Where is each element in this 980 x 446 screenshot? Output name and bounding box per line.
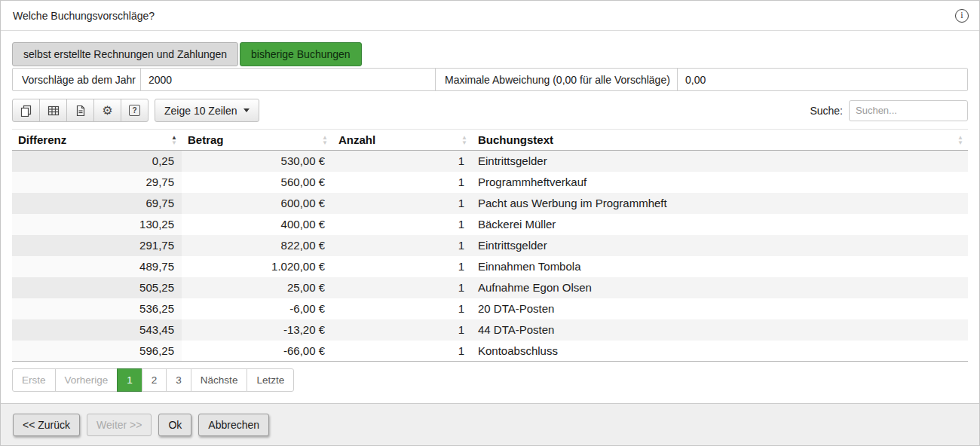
search-label: Suche:: [810, 105, 843, 117]
table-row[interactable]: 291,75 822,00 € 1 Eintrittsgelder: [12, 235, 968, 256]
max-deviation-field-wrap: [678, 69, 967, 90]
sort-icon: ▲▼: [171, 134, 177, 145]
next-button[interactable]: Weiter >>: [87, 414, 152, 436]
table-row[interactable]: 489,75 1.020,00 € 1 Einnahmen Tombola: [12, 256, 968, 277]
max-deviation-label: Maximale Abweichung (0,00 für alle Vorsc…: [435, 69, 678, 90]
filter-row: Vorschläge ab dem Jahr Maximale Abweichu…: [12, 68, 968, 91]
table-row[interactable]: 0,25 530,00 € 1 Eintrittsgelder: [12, 151, 968, 172]
column-header-differenz[interactable]: Differenz ▲▼: [12, 130, 182, 151]
pagination-page-1[interactable]: 1: [117, 368, 142, 392]
table-row[interactable]: 505,25 25,00 € 1 Aufnahme Egon Olsen: [12, 277, 968, 298]
help-button[interactable]: ?: [121, 99, 149, 122]
toolbar-buttons: ⚙ ? Zeige 10 Zeilen: [12, 99, 259, 122]
tab-own-invoices[interactable]: selbst erstellte Rechnungen und Zahlunge…: [12, 42, 238, 66]
page-length-label: Zeige 10 Zeilen: [164, 105, 237, 117]
settings-button[interactable]: ⚙: [93, 99, 121, 122]
pdf-icon: [75, 105, 87, 117]
ok-button[interactable]: Ok: [158, 414, 191, 436]
year-from-input[interactable]: [141, 69, 435, 90]
pdf-export-button[interactable]: [66, 99, 94, 122]
page-length-dropdown[interactable]: Zeige 10 Zeilen: [155, 99, 259, 122]
year-from-label: Vorschläge ab dem Jahr: [13, 69, 141, 90]
pagination-first[interactable]: Erste: [12, 368, 56, 392]
copy-icon: [20, 105, 32, 117]
sort-icon: ▲▼: [957, 134, 963, 145]
copy-button[interactable]: [12, 99, 40, 122]
max-deviation-input[interactable]: [678, 69, 967, 90]
table-row[interactable]: 536,25 -6,00 € 1 20 DTA-Posten: [12, 298, 968, 319]
pagination: Erste Vorherige 1 2 3 Nächste Letzte: [12, 368, 968, 392]
column-header-anzahl[interactable]: Anzahl ▲▼: [332, 130, 472, 151]
table-row[interactable]: 29,75 560,00 € 1 Programmheftverkauf: [12, 172, 968, 193]
pagination-next[interactable]: Nächste: [191, 368, 248, 392]
dialog-content: selbst erstellte Rechnungen und Zahlunge…: [1, 31, 979, 392]
table-row[interactable]: 130,25 400,00 € 1 Bäckerei Müller: [12, 214, 968, 235]
table-row[interactable]: 596,25 -66,00 € 1 Kontoabschluss: [12, 341, 968, 362]
info-icon[interactable]: i: [955, 9, 969, 23]
dialog-titlebar: Welche Buchungsvorschläge? i: [1, 1, 979, 31]
table-header-row: Differenz ▲▼ Betrag ▲▼ Anzahl ▲▼ Buchung…: [12, 130, 968, 151]
pagination-page-2[interactable]: 2: [142, 368, 167, 392]
back-button[interactable]: << Zurück: [13, 414, 80, 436]
tab-bar: selbst erstellte Rechnungen und Zahlunge…: [12, 42, 968, 66]
table-row[interactable]: 69,75 600,00 € 1 Pacht aus Werbung im Pr…: [12, 193, 968, 214]
gear-icon: ⚙: [102, 105, 112, 117]
table-row[interactable]: 543,45 -13,20 € 1 44 DTA-Posten: [12, 319, 968, 341]
year-from-field-wrap: [141, 69, 435, 90]
table-toolbar: ⚙ ? Zeige 10 Zeilen Suche:: [12, 99, 968, 122]
dialog-footer: << Zurück Weiter >> Ok Abbrechen: [1, 403, 979, 445]
search-input[interactable]: [849, 100, 968, 121]
pagination-last[interactable]: Letzte: [247, 368, 294, 392]
suggestions-table: Differenz ▲▼ Betrag ▲▼ Anzahl ▲▼ Buchung…: [12, 129, 968, 362]
pagination-page-3[interactable]: 3: [166, 368, 191, 392]
table-icon: [47, 105, 60, 117]
tab-previous-bookings[interactable]: bisherige Buchungen: [240, 42, 362, 66]
help-icon: ?: [129, 105, 140, 116]
sort-icon: ▲▼: [322, 134, 328, 145]
chevron-down-icon: [243, 108, 250, 112]
sort-icon: ▲▼: [461, 134, 467, 145]
column-header-buchungstext[interactable]: Buchungstext ▲▼: [472, 130, 968, 151]
pagination-previous[interactable]: Vorherige: [55, 368, 118, 392]
booking-suggestions-dialog: Welche Buchungsvorschläge? i selbst erst…: [0, 0, 980, 446]
table-export-button[interactable]: [39, 99, 67, 122]
search-area: Suche:: [810, 100, 968, 121]
column-header-betrag[interactable]: Betrag ▲▼: [182, 130, 332, 151]
page-title: Welche Buchungsvorschläge?: [13, 10, 155, 22]
cancel-button[interactable]: Abbrechen: [198, 414, 269, 436]
